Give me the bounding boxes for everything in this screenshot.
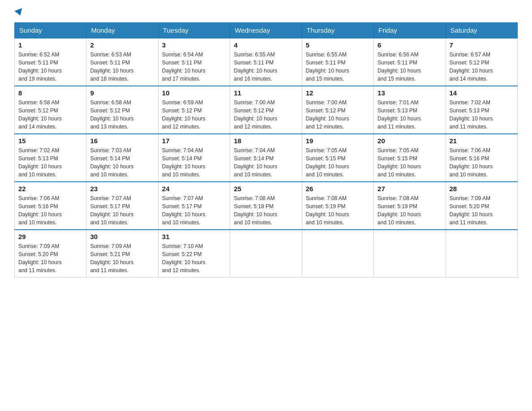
header-thursday: Thursday bbox=[302, 23, 373, 39]
day-info: Sunrise: 7:07 AM Sunset: 5:17 PM Dayligh… bbox=[90, 194, 154, 227]
calendar-cell: 12 Sunrise: 7:00 AM Sunset: 5:12 PM Dayl… bbox=[302, 86, 373, 134]
calendar-week-2: 8 Sunrise: 6:58 AM Sunset: 5:12 PM Dayli… bbox=[15, 86, 518, 134]
day-info: Sunrise: 6:53 AM Sunset: 5:11 PM Dayligh… bbox=[90, 51, 154, 83]
calendar-cell: 21 Sunrise: 7:06 AM Sunset: 5:16 PM Dayl… bbox=[446, 134, 517, 182]
calendar-cell: 22 Sunrise: 7:06 AM Sunset: 5:16 PM Dayl… bbox=[15, 182, 86, 230]
calendar-week-4: 22 Sunrise: 7:06 AM Sunset: 5:16 PM Dayl… bbox=[15, 182, 518, 230]
header-saturday: Saturday bbox=[446, 23, 517, 39]
header-friday: Friday bbox=[374, 23, 446, 39]
header-tuesday: Tuesday bbox=[158, 23, 230, 39]
calendar-cell: 20 Sunrise: 7:05 AM Sunset: 5:15 PM Dayl… bbox=[374, 134, 446, 182]
calendar-cell bbox=[446, 230, 517, 278]
day-number: 9 bbox=[90, 89, 154, 97]
day-number: 14 bbox=[450, 89, 514, 97]
day-info: Sunrise: 7:07 AM Sunset: 5:17 PM Dayligh… bbox=[162, 194, 226, 227]
calendar-week-5: 29 Sunrise: 7:09 AM Sunset: 5:20 PM Dayl… bbox=[15, 230, 518, 278]
day-number: 18 bbox=[234, 137, 298, 145]
calendar-cell: 18 Sunrise: 7:04 AM Sunset: 5:14 PM Dayl… bbox=[230, 134, 302, 182]
day-number: 26 bbox=[306, 185, 370, 193]
calendar-table: SundayMondayTuesdayWednesdayThursdayFrid… bbox=[14, 22, 518, 278]
calendar-header-row: SundayMondayTuesdayWednesdayThursdayFrid… bbox=[15, 23, 518, 39]
day-number: 6 bbox=[378, 41, 442, 49]
day-info: Sunrise: 7:06 AM Sunset: 5:16 PM Dayligh… bbox=[18, 194, 82, 227]
calendar-cell: 24 Sunrise: 7:07 AM Sunset: 5:17 PM Dayl… bbox=[158, 182, 230, 230]
calendar-week-3: 15 Sunrise: 7:02 AM Sunset: 5:13 PM Dayl… bbox=[15, 134, 518, 182]
calendar-cell: 10 Sunrise: 6:59 AM Sunset: 5:12 PM Dayl… bbox=[158, 86, 230, 134]
day-info: Sunrise: 7:08 AM Sunset: 5:19 PM Dayligh… bbox=[378, 194, 442, 227]
calendar-cell: 30 Sunrise: 7:09 AM Sunset: 5:21 PM Dayl… bbox=[86, 230, 158, 278]
day-info: Sunrise: 7:05 AM Sunset: 5:15 PM Dayligh… bbox=[306, 146, 370, 179]
day-info: Sunrise: 6:56 AM Sunset: 5:11 PM Dayligh… bbox=[378, 51, 442, 83]
day-info: Sunrise: 7:10 AM Sunset: 5:22 PM Dayligh… bbox=[162, 242, 226, 274]
day-info: Sunrise: 7:02 AM Sunset: 5:13 PM Dayligh… bbox=[450, 98, 514, 131]
day-number: 27 bbox=[378, 185, 442, 193]
day-number: 1 bbox=[18, 41, 82, 49]
header-sunday: Sunday bbox=[15, 23, 86, 39]
day-info: Sunrise: 7:08 AM Sunset: 5:18 PM Dayligh… bbox=[234, 194, 298, 227]
calendar-cell: 2 Sunrise: 6:53 AM Sunset: 5:11 PM Dayli… bbox=[86, 38, 158, 86]
day-number: 10 bbox=[162, 89, 226, 97]
day-number: 29 bbox=[18, 233, 82, 240]
calendar-cell: 14 Sunrise: 7:02 AM Sunset: 5:13 PM Dayl… bbox=[446, 86, 517, 134]
calendar-cell: 1 Sunrise: 6:52 AM Sunset: 5:11 PM Dayli… bbox=[15, 38, 86, 86]
calendar-cell: 15 Sunrise: 7:02 AM Sunset: 5:13 PM Dayl… bbox=[15, 134, 86, 182]
day-info: Sunrise: 7:03 AM Sunset: 5:14 PM Dayligh… bbox=[90, 146, 154, 179]
day-number: 11 bbox=[234, 89, 298, 97]
day-info: Sunrise: 6:57 AM Sunset: 5:12 PM Dayligh… bbox=[450, 51, 514, 83]
day-info: Sunrise: 7:04 AM Sunset: 5:14 PM Dayligh… bbox=[234, 146, 298, 179]
day-number: 8 bbox=[18, 89, 82, 97]
day-number: 17 bbox=[162, 137, 226, 145]
day-info: Sunrise: 7:08 AM Sunset: 5:19 PM Dayligh… bbox=[306, 194, 370, 227]
day-number: 15 bbox=[18, 137, 82, 145]
day-number: 20 bbox=[378, 137, 442, 145]
day-info: Sunrise: 7:04 AM Sunset: 5:14 PM Dayligh… bbox=[162, 146, 226, 179]
calendar-cell: 31 Sunrise: 7:10 AM Sunset: 5:22 PM Dayl… bbox=[158, 230, 230, 278]
calendar-cell: 16 Sunrise: 7:03 AM Sunset: 5:14 PM Dayl… bbox=[86, 134, 158, 182]
calendar-cell bbox=[302, 230, 373, 278]
day-info: Sunrise: 6:58 AM Sunset: 5:12 PM Dayligh… bbox=[18, 98, 82, 131]
calendar-cell: 4 Sunrise: 6:55 AM Sunset: 5:11 PM Dayli… bbox=[230, 38, 302, 86]
calendar-cell: 25 Sunrise: 7:08 AM Sunset: 5:18 PM Dayl… bbox=[230, 182, 302, 230]
day-number: 21 bbox=[450, 137, 514, 145]
day-info: Sunrise: 6:55 AM Sunset: 5:11 PM Dayligh… bbox=[306, 51, 370, 83]
calendar-cell: 13 Sunrise: 7:01 AM Sunset: 5:13 PM Dayl… bbox=[374, 86, 446, 134]
calendar-cell: 29 Sunrise: 7:09 AM Sunset: 5:20 PM Dayl… bbox=[15, 230, 86, 278]
calendar-cell: 26 Sunrise: 7:08 AM Sunset: 5:19 PM Dayl… bbox=[302, 182, 373, 230]
day-info: Sunrise: 6:52 AM Sunset: 5:11 PM Dayligh… bbox=[18, 51, 82, 83]
calendar-cell: 23 Sunrise: 7:07 AM Sunset: 5:17 PM Dayl… bbox=[86, 182, 158, 230]
calendar-cell bbox=[374, 230, 446, 278]
calendar-cell: 8 Sunrise: 6:58 AM Sunset: 5:12 PM Dayli… bbox=[15, 86, 86, 134]
day-info: Sunrise: 7:05 AM Sunset: 5:15 PM Dayligh… bbox=[378, 146, 442, 179]
day-number: 7 bbox=[450, 41, 514, 49]
day-info: Sunrise: 6:59 AM Sunset: 5:12 PM Dayligh… bbox=[162, 98, 226, 131]
calendar-cell: 27 Sunrise: 7:08 AM Sunset: 5:19 PM Dayl… bbox=[374, 182, 446, 230]
day-number: 30 bbox=[90, 233, 154, 240]
calendar-cell: 17 Sunrise: 7:04 AM Sunset: 5:14 PM Dayl… bbox=[158, 134, 230, 182]
day-number: 4 bbox=[234, 41, 298, 49]
calendar-week-1: 1 Sunrise: 6:52 AM Sunset: 5:11 PM Dayli… bbox=[15, 38, 518, 86]
day-info: Sunrise: 6:58 AM Sunset: 5:12 PM Dayligh… bbox=[90, 98, 154, 131]
day-info: Sunrise: 7:01 AM Sunset: 5:13 PM Dayligh… bbox=[378, 98, 442, 131]
day-info: Sunrise: 6:54 AM Sunset: 5:11 PM Dayligh… bbox=[162, 51, 226, 83]
calendar-cell: 9 Sunrise: 6:58 AM Sunset: 5:12 PM Dayli… bbox=[86, 86, 158, 134]
day-info: Sunrise: 7:00 AM Sunset: 5:12 PM Dayligh… bbox=[306, 98, 370, 131]
calendar-cell: 28 Sunrise: 7:09 AM Sunset: 5:20 PM Dayl… bbox=[446, 182, 517, 230]
day-number: 23 bbox=[90, 185, 154, 193]
day-number: 28 bbox=[450, 185, 514, 193]
day-info: Sunrise: 7:02 AM Sunset: 5:13 PM Dayligh… bbox=[18, 146, 82, 179]
day-number: 2 bbox=[90, 41, 154, 49]
day-number: 22 bbox=[18, 185, 82, 193]
page-header bbox=[14, 11, 518, 17]
header-wednesday: Wednesday bbox=[230, 23, 302, 39]
day-number: 3 bbox=[162, 41, 226, 49]
calendar-cell: 11 Sunrise: 7:00 AM Sunset: 5:12 PM Dayl… bbox=[230, 86, 302, 134]
day-number: 24 bbox=[162, 185, 226, 193]
logo bbox=[14, 11, 23, 17]
header-monday: Monday bbox=[86, 23, 158, 39]
day-number: 16 bbox=[90, 137, 154, 145]
calendar-cell: 19 Sunrise: 7:05 AM Sunset: 5:15 PM Dayl… bbox=[302, 134, 373, 182]
day-number: 13 bbox=[378, 89, 442, 97]
day-number: 31 bbox=[162, 233, 226, 240]
day-number: 25 bbox=[234, 185, 298, 193]
day-info: Sunrise: 7:09 AM Sunset: 5:20 PM Dayligh… bbox=[18, 242, 82, 274]
